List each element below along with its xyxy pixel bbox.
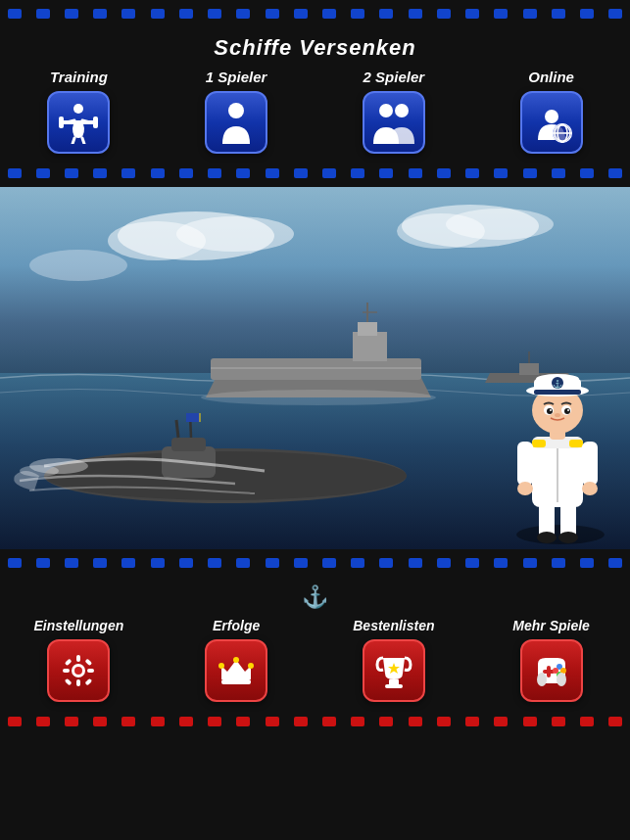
nav-item-training[interactable]: Training — [0, 69, 158, 154]
film-hole — [580, 9, 594, 19]
film-hole — [437, 717, 451, 726]
svg-point-3 — [73, 104, 83, 114]
svg-point-5 — [379, 104, 393, 117]
film-hole — [552, 717, 565, 726]
svg-rect-58 — [517, 442, 533, 486]
svg-line-42 — [176, 420, 178, 438]
film-hole — [93, 717, 107, 726]
svg-rect-28 — [211, 358, 421, 380]
film-hole — [93, 558, 107, 568]
nav-item-more-games[interactable]: Mehr Spiele — [472, 618, 630, 702]
film-hole — [465, 558, 479, 568]
svg-rect-57 — [569, 440, 583, 447]
film-hole — [409, 168, 422, 178]
svg-point-74 — [550, 409, 552, 411]
svg-rect-81 — [63, 669, 70, 673]
film-hole — [580, 717, 594, 726]
film-hole — [351, 168, 364, 178]
film-hole — [580, 558, 594, 568]
film-hole — [465, 9, 479, 19]
svg-rect-84 — [85, 658, 93, 666]
film-hole — [65, 717, 78, 726]
nav-label-leaderboards: Bestenlisten — [353, 618, 434, 633]
nav-item-leaderboards[interactable]: Bestenlisten — [315, 618, 473, 702]
online-button[interactable] — [520, 91, 583, 154]
training-icon — [59, 101, 98, 144]
anchor-symbol: ⚓ — [302, 584, 328, 609]
nav-label-training: Training — [50, 69, 108, 85]
svg-point-25 — [29, 250, 127, 281]
film-hole — [179, 558, 193, 568]
film-hole — [409, 717, 422, 726]
film-hole — [266, 9, 279, 19]
ocean-scene: ⚓ — [0, 187, 630, 549]
svg-point-90 — [233, 657, 239, 663]
film-hole — [93, 9, 107, 19]
svg-point-6 — [395, 104, 409, 117]
film-hole — [65, 558, 78, 568]
svg-point-51 — [537, 532, 557, 543]
film-hole — [523, 9, 537, 19]
svg-point-101 — [537, 673, 547, 686]
film-hole — [322, 168, 336, 178]
svg-point-24 — [446, 209, 554, 240]
nav-item-two-player[interactable]: 2 Spieler — [315, 69, 473, 154]
film-hole — [465, 717, 479, 726]
settings-icon — [60, 652, 97, 689]
ocean-svg: ⚓ — [0, 187, 630, 549]
svg-rect-44 — [186, 413, 200, 422]
film-hole — [608, 168, 622, 178]
nav-item-online[interactable]: Online — [472, 69, 630, 154]
film-hole — [294, 9, 308, 19]
svg-point-78 — [74, 667, 82, 675]
film-hole — [409, 9, 422, 19]
film-hole — [36, 9, 50, 19]
one-player-button[interactable] — [205, 91, 267, 154]
film-hole — [494, 717, 508, 726]
achievements-button[interactable] — [205, 639, 267, 702]
more-games-button[interactable] — [520, 639, 583, 702]
film-hole — [121, 558, 135, 568]
nav-item-one-player[interactable]: 1 Spieler — [158, 69, 315, 154]
film-hole — [236, 717, 250, 726]
svg-rect-79 — [76, 655, 80, 662]
nav-item-settings[interactable]: Einstellungen — [0, 618, 158, 702]
film-hole — [608, 9, 622, 19]
film-hole — [36, 168, 50, 178]
film-hole — [151, 558, 165, 568]
more-games-icon — [532, 652, 571, 689]
svg-point-89 — [218, 663, 224, 669]
svg-point-72 — [547, 408, 553, 414]
svg-point-7 — [545, 110, 558, 123]
film-hole — [121, 168, 135, 178]
online-icon — [530, 101, 573, 144]
film-hole — [580, 168, 594, 178]
film-hole — [208, 558, 221, 568]
app-title: Schiffe Versenken — [0, 35, 630, 61]
svg-rect-2 — [93, 117, 98, 128]
film-strip-middle — [0, 160, 630, 187]
svg-rect-85 — [65, 678, 73, 686]
two-player-button[interactable] — [363, 91, 425, 154]
svg-rect-41 — [171, 438, 206, 451]
film-hole — [437, 168, 451, 178]
film-hole — [36, 717, 50, 726]
svg-rect-86 — [85, 678, 93, 686]
settings-button[interactable] — [47, 639, 110, 702]
svg-point-47 — [20, 465, 59, 477]
film-strip-lower — [0, 549, 630, 577]
film-hole — [494, 168, 508, 178]
leaderboards-button[interactable] — [363, 639, 425, 702]
film-hole — [322, 717, 336, 726]
nav-item-achievements[interactable]: Erfolge — [158, 618, 315, 702]
film-hole — [151, 9, 165, 19]
film-hole — [266, 717, 279, 726]
film-hole — [294, 168, 308, 178]
svg-point-91 — [248, 663, 254, 669]
svg-rect-29 — [353, 332, 387, 361]
film-hole — [266, 168, 279, 178]
film-hole — [409, 558, 422, 568]
svg-rect-80 — [76, 679, 80, 686]
nav-label-settings: Einstellungen — [33, 618, 123, 633]
training-button[interactable] — [47, 91, 110, 154]
